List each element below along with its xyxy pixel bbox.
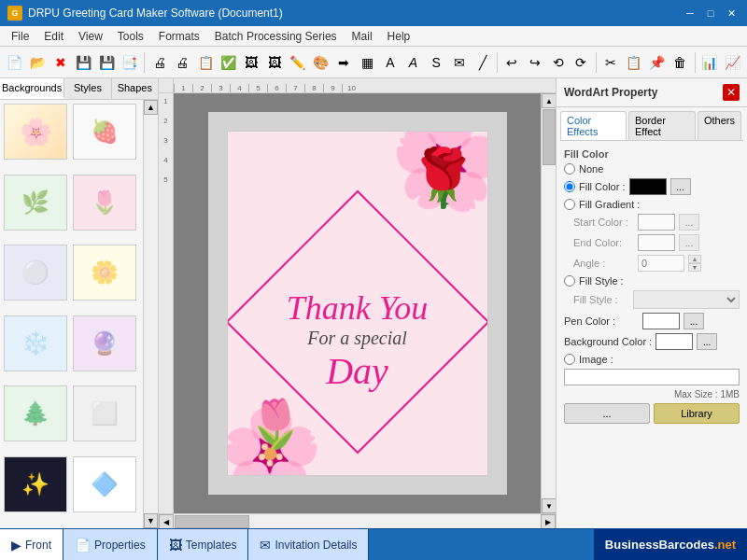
tb-redo2[interactable]: ⟳ [571,51,592,74]
bg-item-8[interactable]: 🔮 [73,315,136,371]
tb-print[interactable]: 🖨 [148,51,170,74]
bg-item-4[interactable]: 🌷 [73,175,136,231]
vertical-scrollbar[interactable]: ▲ ▼ [541,93,556,513]
bg-item-6[interactable]: 🌼 [73,245,136,301]
tb-close[interactable]: ✖ [49,51,71,74]
menu-batch[interactable]: Batch Processing Series [207,28,345,45]
bg-item-7[interactable]: ❄️ [4,315,67,371]
menu-mail[interactable]: Mail [345,28,380,45]
tb-undo2[interactable]: ⟲ [547,51,569,74]
tb-open[interactable]: 📂 [27,51,49,74]
bg-color-more-btn[interactable]: ... [697,333,717,350]
bg-item-9[interactable]: 🌲 [4,385,67,441]
menu-view[interactable]: View [71,28,110,45]
horizontal-scrollbar[interactable]: ◀ ▶ [159,513,556,528]
tb-pencil[interactable]: ✏️ [288,51,309,74]
tb-line[interactable]: ╱ [472,51,493,74]
scroll-up[interactable]: ▲ [542,93,556,108]
scroll-h-track [174,514,541,528]
tab-color-effects[interactable]: Color Effects [560,111,627,140]
tb-redo[interactable]: ↪ [525,51,546,74]
scroll-up-btn[interactable]: ▲ [144,100,158,115]
tb-more1[interactable]: 📊 [699,51,721,74]
ruler-mark: 1 [174,84,192,92]
bg-item-10[interactable]: ⬜ [73,385,136,441]
tab-invitation[interactable]: ✉ Invitation Details [248,529,369,560]
tb-new[interactable]: 📄 [4,51,25,74]
image-radio[interactable] [564,354,575,365]
maximize-button[interactable]: □ [702,5,719,21]
image-browse-btn[interactable]: ... [564,403,650,424]
tab-border-effect[interactable]: Border Effect [628,111,696,140]
bg-item-3[interactable]: 🌿 [4,175,67,231]
scroll-right[interactable]: ▶ [541,514,556,528]
bg-item-11[interactable]: ✨ [4,456,67,512]
fill-none-radio[interactable] [564,163,575,175]
canvas-content: 🌸 🌹 🌸 🌷 Thank You For a special Day [208,112,507,495]
tb-email[interactable]: ✉ [449,51,471,74]
tb-img[interactable]: 🖼 [241,51,262,74]
pen-color-picker[interactable] [642,313,680,329]
tb-text2[interactable]: A [402,51,424,74]
tb-wordart[interactable]: S [426,51,447,74]
tb-more2[interactable]: 📈 [722,51,743,74]
image-row: Image : [564,354,740,365]
menu-tools[interactable]: Tools [110,28,151,45]
tb-undo[interactable]: ↩ [501,51,523,74]
scroll-down[interactable]: ▼ [542,498,556,513]
tb-page[interactable]: 📋 [195,51,217,74]
tb-paint[interactable]: 🎨 [310,51,331,74]
tb-cut[interactable]: ✂ [600,51,622,74]
tab-styles[interactable]: Styles [64,78,111,99]
pen-color-more-btn[interactable]: ... [684,313,704,329]
tb-arrow[interactable]: ➡ [333,51,355,74]
ruler-mark: 6 [267,84,286,92]
tb-save[interactable]: 💾 [73,51,94,74]
bg-color-picker[interactable] [655,333,693,350]
ruler-v-4: 4 [163,156,167,164]
menu-help[interactable]: Help [380,28,418,45]
menu-file[interactable]: File [4,28,36,45]
tab-properties[interactable]: 📄 Properties [63,529,158,560]
tb-paste[interactable]: 📌 [646,51,668,74]
fill-color-picker[interactable] [629,178,667,195]
close-button[interactable]: ✕ [723,5,740,21]
library-btn[interactable]: Library [654,403,740,424]
bg-item-12[interactable]: 🔷 [73,456,136,512]
scroll-down-btn[interactable]: ▼ [144,513,158,528]
tb-img2[interactable]: 🖼 [264,51,286,74]
tab-front[interactable]: ▶ Front [0,529,63,560]
menu-edit[interactable]: Edit [36,28,71,45]
tb-saveas[interactable]: 📑 [120,51,141,74]
tb-text[interactable]: A [379,51,401,74]
bg-item-5[interactable]: ⚪ [4,245,67,301]
tab-others[interactable]: Others [698,111,741,140]
image-path-input[interactable] [564,369,740,385]
tb-check[interactable]: ✅ [218,51,239,74]
tab-templates[interactable]: 🖼 Templates [158,529,249,560]
minimize-button[interactable]: ─ [682,5,698,21]
tb-print2[interactable]: 🖨 [172,51,193,74]
fill-style-radio[interactable] [564,275,575,287]
bg-item-1[interactable]: 🌸 [4,104,67,160]
fill-color-radio[interactable] [564,181,575,192]
tb-delete[interactable]: 🗑 [669,51,691,74]
scroll-h-thumb[interactable] [175,515,249,528]
tb-save2[interactable]: 💾 [96,51,118,74]
scroll-v-thumb[interactable] [543,109,556,165]
canvas-row: 1 2 3 4 5 🌸 🌹 🌸 🌷 Thank You [159,93,556,513]
menu-formats[interactable]: Formats [151,28,207,45]
scroll-left[interactable]: ◀ [159,514,174,528]
right-panel-close-button[interactable]: ✕ [723,84,740,101]
tb-barcode[interactable]: ▦ [357,51,378,74]
tab-shapes[interactable]: Shapes [112,78,158,99]
card-for: For a special [307,328,407,349]
bg-color-label: Background Color : [564,336,652,347]
window-controls: ─ □ ✕ [682,5,740,21]
tab-backgrounds[interactable]: Backgrounds [0,78,64,99]
fill-gradient-radio[interactable] [564,199,575,210]
left-panel-scrollbar[interactable]: ▲ ▼ [143,100,158,528]
fill-color-more-btn[interactable]: ... [670,178,691,195]
bg-item-2[interactable]: 🍓 [73,104,136,160]
tb-copy[interactable]: 📋 [624,51,645,74]
